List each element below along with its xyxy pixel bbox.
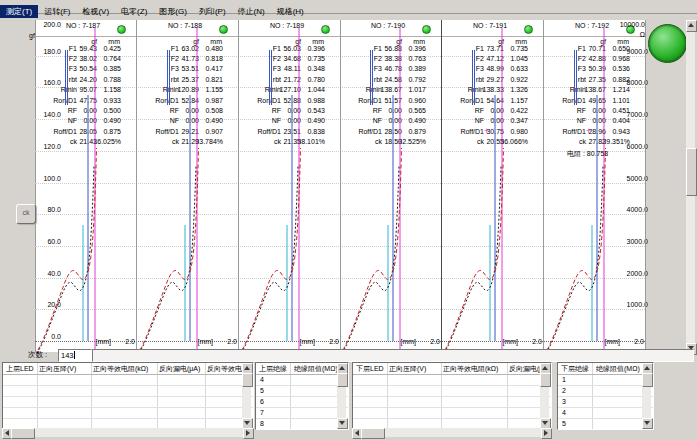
table-col-header: 正向压降(V) (389, 364, 426, 374)
table-grid-hline (3, 418, 253, 419)
box-scrollbar-up-icon (339, 366, 345, 370)
box-scrollbar-up-icon (542, 366, 548, 370)
table-grid-hline (256, 385, 348, 386)
table-col-header: 正向等效电阻(kΩ) (93, 364, 148, 374)
menu-item-8[interactable]: 规格(H) (271, 5, 310, 18)
menu-item-4[interactable]: 电零(Z) (115, 5, 153, 18)
right-axis-top-tick: 10000.0 (601, 21, 645, 28)
panel-separator (645, 20, 646, 352)
table-row-number[interactable]: 7 (260, 409, 264, 416)
table-grid-hline (353, 385, 551, 386)
led-table-upper[interactable]: 上层LED正向压降(V)正向等效电阻(kΩ)反向漏电(μA)反向等效电阻(kΩ) (2, 362, 254, 430)
box-scrollbar-down-icon (339, 421, 345, 425)
table-header-underline (256, 374, 348, 375)
menu-item-5[interactable]: 图形(G) (153, 5, 193, 18)
table-title: 下层绝缘 (561, 364, 589, 374)
box-scrollbar-down-icon (542, 421, 548, 425)
table-row-number[interactable]: 6 (260, 398, 264, 405)
table-grid-hline (558, 429, 653, 430)
lower-led-hscrollbar-right-icon (544, 430, 548, 436)
table-grid-hline (3, 407, 253, 408)
lower-led-hscrollbar-left-icon (355, 430, 359, 436)
table-grid-hline (558, 396, 653, 397)
menu-item-1[interactable]: 测定(T) (0, 5, 38, 18)
upper-led-hscrollbar-left-icon (5, 430, 9, 436)
table-row-number[interactable]: 4 (562, 409, 566, 416)
chart-cursor-cross-icon: + (484, 126, 489, 136)
menu-item-2[interactable]: 运转(F) (38, 5, 76, 18)
status-led-indicator (648, 24, 687, 63)
table-grid-hline (256, 418, 348, 419)
box-scrollbar-up-icon (644, 366, 650, 370)
main-scrollbar-thumb[interactable] (686, 148, 697, 196)
panel-curves (239, 20, 340, 356)
box-scrollbar-thumb[interactable] (642, 373, 653, 387)
table-row-number[interactable]: 3 (562, 398, 566, 405)
resistance-readout: 电阻 : 80.753 (567, 149, 608, 159)
status-strip (92, 349, 694, 362)
text-caret (74, 351, 75, 359)
panel-curves (340, 20, 441, 356)
panel-curves (35, 20, 136, 356)
insulation-table-lower[interactable]: 下层绝缘绝缘阻值(MΩ)12345 (557, 362, 654, 430)
main-scrollbar-up-arrow[interactable] (686, 20, 697, 32)
table-grid-hline (558, 385, 653, 386)
resistance-value: 80.753 (587, 150, 608, 157)
ck-button[interactable]: ck (16, 204, 36, 224)
upper-led-hscrollbar-track[interactable] (2, 428, 252, 437)
table-col-header: 正向等效电阻(kΩ) (443, 364, 498, 374)
table-grid-hline (256, 396, 348, 397)
box-scrollbar-thumb[interactable] (540, 373, 551, 387)
upper-led-hscrollbar-right-icon (246, 430, 250, 436)
table-col-header: 绝缘阻值(MΩ) (596, 364, 640, 374)
measurement-app-window: 测定(T)运转(F)检视(V)电零(Z)图形(G)列印(P)停止(N)规格(H)… (0, 0, 697, 440)
table-header-underline (558, 374, 653, 375)
count-value: 143 (61, 351, 74, 360)
main-scrollbar-up-icon (688, 23, 694, 27)
table-grid-hline (3, 385, 253, 386)
chart-cursor-cross-icon: + (586, 126, 591, 136)
upper-led-hscrollbar-thumb[interactable] (11, 428, 35, 439)
led-table-lower[interactable]: 下层LED正向压降(V)正向等效电阻(kΩ)反向漏电(μA)反向等效电阻(kΩ) (352, 362, 552, 430)
table-header-underline (353, 374, 551, 375)
table-grid-hline (3, 396, 253, 397)
lower-led-hscrollbar-thumb[interactable] (361, 428, 385, 439)
menu-item-6[interactable]: 列印(P) (193, 5, 232, 18)
table-grid-hline (353, 396, 551, 397)
box-scrollbar-down-arrow[interactable] (337, 418, 348, 429)
table-grid-hline (256, 407, 348, 408)
box-scrollbar-down-icon (644, 421, 650, 425)
box-scrollbar-down-icon (244, 421, 250, 425)
count-input[interactable]: 143 (58, 349, 92, 362)
right-axis-unit-label: Ω (601, 31, 645, 38)
insulation-table-upper[interactable]: 上层绝缘绝缘阻值(MΩ)45678 (255, 362, 349, 430)
table-col-header: 绝缘阻值(MΩ) (294, 364, 338, 374)
box-scrollbar-down-arrow[interactable] (642, 418, 653, 429)
table-row-number[interactable]: 1 (562, 376, 566, 383)
table-grid-hline (353, 407, 551, 408)
box-scrollbar-thumb[interactable] (242, 373, 253, 387)
menu-bar: 测定(T)运转(F)检视(V)电零(Z)图形(G)列印(P)停止(N)规格(H) (0, 0, 697, 14)
box-scrollbar-thumb[interactable] (337, 373, 348, 387)
table-title: 下层LED (356, 364, 384, 374)
table-grid-hline (256, 429, 348, 430)
table-title: 上层绝缘 (259, 364, 287, 374)
table-col-header: 正向压降(V) (39, 364, 76, 374)
resistance-label: 电阻 : (567, 150, 585, 157)
table-header-underline (3, 374, 253, 375)
table-row-number[interactable]: 5 (562, 420, 566, 427)
panel-curves (137, 20, 238, 356)
table-row-number[interactable]: 5 (260, 387, 264, 394)
table-row-number[interactable]: 2 (562, 387, 566, 394)
panel-curves: + (544, 20, 645, 356)
menu-item-3[interactable]: 检视(V) (76, 5, 115, 18)
table-grid-hline (558, 418, 653, 419)
lower-led-hscrollbar-right-arrow[interactable] (541, 428, 552, 439)
upper-led-hscrollbar-right-arrow[interactable] (243, 428, 254, 439)
table-title: 上层LED (6, 364, 34, 374)
table-grid-hline (558, 407, 653, 408)
left-axis-unit-label: gf (29, 31, 35, 40)
table-row-number[interactable]: 4 (260, 376, 264, 383)
table-row-number[interactable]: 8 (260, 420, 264, 427)
menu-item-7[interactable]: 停止(N) (232, 5, 271, 18)
